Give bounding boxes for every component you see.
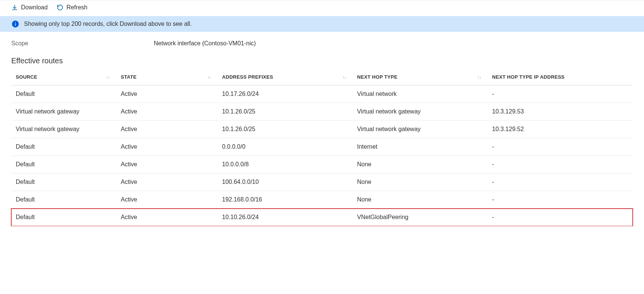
cell-prefix: 0.0.0.0/0 <box>218 138 353 156</box>
cell-next-hop-ip: - <box>488 191 633 209</box>
sort-icon: ↑↓ <box>106 75 110 79</box>
cell-next-hop: VNetGlobalPeering <box>353 209 488 226</box>
col-header-next-hop[interactable]: Next Hop Type ↑↓ <box>353 69 488 85</box>
cell-prefix: 10.1.26.0/25 <box>218 121 353 138</box>
cell-source: Default <box>11 85 116 103</box>
cell-next-hop: Virtual network gateway <box>353 121 488 138</box>
download-label: Download <box>21 4 48 11</box>
cell-state: Active <box>116 103 218 121</box>
col-header-next-hop-ip[interactable]: Next Hop Type IP Address <box>488 69 633 85</box>
cell-next-hop: Internet <box>353 138 488 156</box>
cell-source: Virtual network gateway <box>11 121 116 138</box>
refresh-button[interactable]: Refresh <box>57 4 87 11</box>
info-message-text: Showing only top 200 records, click Down… <box>24 21 192 27</box>
cell-next-hop-ip: - <box>488 156 633 173</box>
cell-state: Active <box>116 138 218 156</box>
table-row[interactable]: DefaultActive100.64.0.0/10None- <box>11 173 633 191</box>
cell-prefix: 10.0.0.0/8 <box>218 156 353 173</box>
refresh-label: Refresh <box>66 4 87 11</box>
table-row[interactable]: DefaultActive10.0.0.0/8None- <box>11 156 633 173</box>
scope-row: Scope Network interface (Contoso-VM01-ni… <box>0 32 644 51</box>
download-button[interactable]: Download <box>11 4 48 11</box>
cell-prefix: 10.1.26.0/25 <box>218 103 353 121</box>
svg-rect-2 <box>15 22 16 23</box>
cell-next-hop-ip: - <box>488 209 633 226</box>
cell-state: Active <box>116 209 218 226</box>
info-icon <box>11 20 20 28</box>
command-bar: Download Refresh <box>0 0 644 16</box>
effective-routes-table: Source ↑↓ State ↑↓ Address Prefixes ↑↓ N… <box>11 69 633 226</box>
table-row[interactable]: DefaultActive0.0.0.0/0Internet- <box>11 138 633 156</box>
cell-source: Default <box>11 209 116 226</box>
cell-source: Virtual network gateway <box>11 103 116 121</box>
cell-source: Default <box>11 156 116 173</box>
col-header-prefixes-label: Address Prefixes <box>222 74 273 80</box>
cell-prefix: 192.168.0.0/16 <box>218 191 353 209</box>
cell-state: Active <box>116 191 218 209</box>
col-header-next-hop-ip-label: Next Hop Type IP Address <box>492 74 564 80</box>
col-header-state[interactable]: State ↑↓ <box>116 69 218 85</box>
cell-next-hop-ip: - <box>488 138 633 156</box>
table-row[interactable]: DefaultActive192.168.0.0/16None- <box>11 191 633 209</box>
scope-value: Network interface (Contoso-VM01-nic) <box>154 40 256 47</box>
table-row[interactable]: Virtual network gatewayActive10.1.26.0/2… <box>11 103 633 121</box>
cell-next-hop: None <box>353 191 488 209</box>
cell-state: Active <box>116 121 218 138</box>
cell-prefix: 10.17.26.0/24 <box>218 85 353 103</box>
cell-next-hop: None <box>353 156 488 173</box>
cell-next-hop-ip: - <box>488 173 633 191</box>
cell-next-hop-ip: 10.3.129.52 <box>488 121 633 138</box>
cell-next-hop: Virtual network gateway <box>353 103 488 121</box>
col-header-next-hop-label: Next Hop Type <box>357 74 398 80</box>
cell-state: Active <box>116 173 218 191</box>
cell-prefix: 10.10.26.0/24 <box>218 209 353 226</box>
cell-next-hop-ip: 10.3.129.53 <box>488 103 633 121</box>
refresh-icon <box>57 4 63 11</box>
cell-prefix: 100.64.0.0/10 <box>218 173 353 191</box>
sort-icon: ↑↓ <box>207 75 211 79</box>
table-row[interactable]: DefaultActive10.10.26.0/24VNetGlobalPeer… <box>11 209 633 226</box>
col-header-prefixes[interactable]: Address Prefixes ↑↓ <box>218 69 353 85</box>
table-header-row: Source ↑↓ State ↑↓ Address Prefixes ↑↓ N… <box>11 69 633 85</box>
info-message-bar: Showing only top 200 records, click Down… <box>0 16 644 32</box>
scope-label: Scope <box>11 40 154 47</box>
cell-source: Default <box>11 191 116 209</box>
cell-state: Active <box>116 85 218 103</box>
col-header-state-label: State <box>121 74 137 80</box>
sort-icon: ↑↓ <box>477 75 481 79</box>
cell-source: Default <box>11 173 116 191</box>
cell-next-hop: Virtual network <box>353 85 488 103</box>
cell-source: Default <box>11 138 116 156</box>
table-row[interactable]: Virtual network gatewayActive10.1.26.0/2… <box>11 121 633 138</box>
sort-icon: ↑↓ <box>342 75 346 79</box>
download-icon <box>11 4 18 11</box>
section-title: Effective routes <box>0 51 644 69</box>
table-row[interactable]: DefaultActive10.17.26.0/24Virtual networ… <box>11 85 633 103</box>
cell-state: Active <box>116 156 218 173</box>
col-header-source[interactable]: Source ↑↓ <box>11 69 116 85</box>
effective-routes-blade: Download Refresh Showing only top 200 re… <box>0 0 644 226</box>
col-header-source-label: Source <box>16 74 37 80</box>
svg-rect-1 <box>15 23 16 25</box>
cell-next-hop: None <box>353 173 488 191</box>
cell-next-hop-ip: - <box>488 85 633 103</box>
